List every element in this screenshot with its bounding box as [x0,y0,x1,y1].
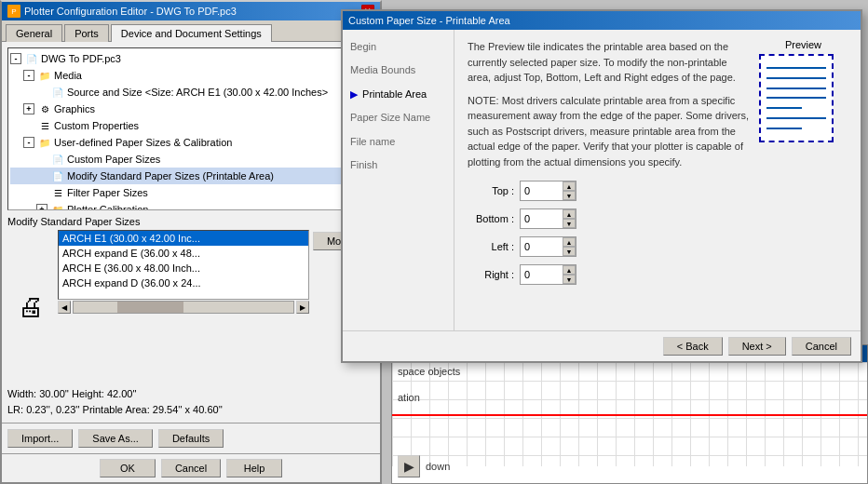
right-input[interactable] [521,265,563,284]
right-spin-up[interactable]: ▲ [563,265,576,275]
preview-line-7 [766,128,802,129]
wizard-step-begin[interactable]: Begin [343,35,454,59]
expand-icon-cal[interactable]: + [36,204,47,210]
tab-general[interactable]: General [6,24,62,42]
bottom-import-row: Import... Save As... Defaults [2,423,380,453]
bg-text-area: space objects ation [398,366,460,403]
paper-info: Width: 30.00'' Height: 42.00'' LR: 0.23'… [7,386,374,417]
wizard-step-file-label: File name [350,136,395,147]
preview-line-6 [766,117,826,119]
tab-ports[interactable]: Ports [64,24,109,42]
preview-lines [766,63,826,133]
right-spin-down[interactable]: ▼ [563,275,576,284]
save-as-button[interactable]: Save As... [78,429,153,448]
left-cancel-button[interactable]: Cancel [161,459,221,477]
bg-text-space-objects: space objects [398,366,460,377]
defaults-button[interactable]: Defaults [158,429,224,448]
modify-section: Modify Standard Paper Sizes 🖨 ARCH E1 (3… [7,216,374,417]
scroll-bar[interactable] [73,301,294,314]
tree-label-root: DWG To PDF.pc3 [41,53,121,64]
expand-icon-graphics[interactable]: + [23,103,34,114]
small-icon-button[interactable]: ▶ [398,455,420,477]
tree-item-custom-paper[interactable]: Custom Paper Sizes [10,151,372,168]
left-spin-up[interactable]: ▲ [563,237,576,247]
ok-button[interactable]: OK [100,459,156,477]
left-input[interactable] [521,237,563,256]
folder-icon-user-def [37,135,52,150]
tree-item-custom-props[interactable]: Custom Properties [10,117,372,134]
import-button[interactable]: Import... [7,429,73,448]
list-item-1[interactable]: ARCH expand E (36.00 x 48... [59,246,308,261]
tree-item-media[interactable]: - Media [10,67,372,84]
bg-text-ation: ation [398,392,460,403]
left-title-bar: P Plotter Configuration Editor - DWG To … [2,2,380,20]
right-spin: ▲ ▼ [563,265,576,284]
right-main: The Preview tile indicates the printable… [454,30,861,330]
left-label: Left : [468,241,514,252]
scroll-left-btn[interactable]: ◀ [58,301,71,314]
right-cancel-button[interactable]: Cancel [792,337,851,356]
tree-item-modify-std[interactable]: Modify Standard Paper Sizes (Printable A… [10,168,372,184]
doc-icon-modify-std [50,168,65,183]
right-bottom: < Back Next > Cancel [343,330,861,361]
tree-area[interactable]: - DWG To PDF.pc3 - Media Source and Size… [7,47,374,210]
expand-icon-root[interactable]: - [10,53,21,64]
wizard-arrow: ▶ [350,88,358,100]
panel-content: - DWG To PDF.pc3 - Media Source and Size… [2,42,380,423]
paper-list[interactable]: ARCH E1 (30.00 x 42.00 Inc... ARCH expan… [58,230,309,300]
preview-line-4 [766,97,826,99]
wizard-step-begin-label: Begin [350,41,376,52]
icon-area: 🖨 [7,230,54,383]
wizard-step-finish[interactable]: Finish [343,154,454,177]
preview-line-5 [766,107,802,109]
tree-label-media: Media [54,70,82,81]
tree-label-graphics: Graphics [54,103,95,114]
tree-item-user-def[interactable]: - User-defined Paper Sizes & Calibration [10,134,372,151]
wizard-step-file-name[interactable]: File name [343,130,454,154]
buttons-left: Import... Save As... Defaults [7,429,224,448]
right-content: Begin Media Bounds ▶ Printable Area Pape… [343,30,861,330]
list-item-3[interactable]: ARCH expand D (36.00 x 24... [59,276,308,290]
tree-item-source[interactable]: Source and Size <Size: ARCH E1 (30.00 x … [10,84,372,101]
wizard-step-printable-area[interactable]: ▶ Printable Area [343,83,454,106]
top-spin-up[interactable]: ▲ [563,182,576,191]
tree-item-graphics[interactable]: + Graphics [10,101,372,117]
bg-lower: ▶ down [398,455,450,477]
expand-icon-media[interactable]: - [23,70,34,81]
expand-icon-user-def[interactable]: - [23,137,34,148]
bottom-spin-up[interactable]: ▲ [563,209,576,219]
scroll-thumb [117,302,183,313]
tree-label-custom-paper: Custom Paper Sizes [67,154,160,165]
top-input-wrap: ▲ ▼ [520,181,576,201]
list-item-0[interactable]: ARCH E1 (30.00 x 42.00 Inc... [59,231,308,246]
tabs-row: General Ports Device and Document Settin… [2,20,380,42]
number-fields: Top : ▲ ▼ Bottom : ▲ [468,181,848,285]
tree-item-filter[interactable]: Filter Paper Sizes [10,184,372,201]
preview-box [759,54,834,142]
tree-item-root[interactable]: - DWG To PDF.pc3 [10,50,372,67]
field-row-left: Left : ▲ ▼ [468,236,848,257]
field-row-bottom: Bottom : ▲ ▼ [468,208,848,229]
list-icon-custom-props [37,118,52,133]
description-area: The Preview tile indicates the printable… [468,39,750,177]
left-spin-down[interactable]: ▼ [563,247,576,256]
field-row-right: Right : ▲ ▼ [468,264,848,285]
tab-device-settings[interactable]: Device and Document Settings [111,24,272,42]
gear-icon-graphics [37,101,52,116]
wizard-step-finish-label: Finish [350,159,377,170]
back-button[interactable]: < Back [663,337,723,356]
top-input[interactable] [521,182,563,200]
list-item-2[interactable]: ARCH E (36.00 x 48.00 Inch... [59,261,308,276]
help-button[interactable]: Help [226,459,282,477]
bottom-spin-down[interactable]: ▼ [563,219,576,228]
preview-label: Preview [759,39,848,50]
wizard-step-paper-name[interactable]: Paper Size Name [343,106,454,129]
description-text-1: The Preview tile indicates the printable… [468,39,750,86]
bottom-input[interactable] [521,209,563,228]
wizard-step-media-bounds[interactable]: Media Bounds [343,59,454,82]
tree-label-modify-std: Modify Standard Paper Sizes (Printable A… [67,170,274,182]
tree-item-plotter-cal[interactable]: + Plotter Calibration [10,201,372,210]
top-spin-down[interactable]: ▼ [563,191,576,200]
scroll-right-btn[interactable]: ▶ [296,301,309,314]
next-button[interactable]: Next > [728,337,786,356]
